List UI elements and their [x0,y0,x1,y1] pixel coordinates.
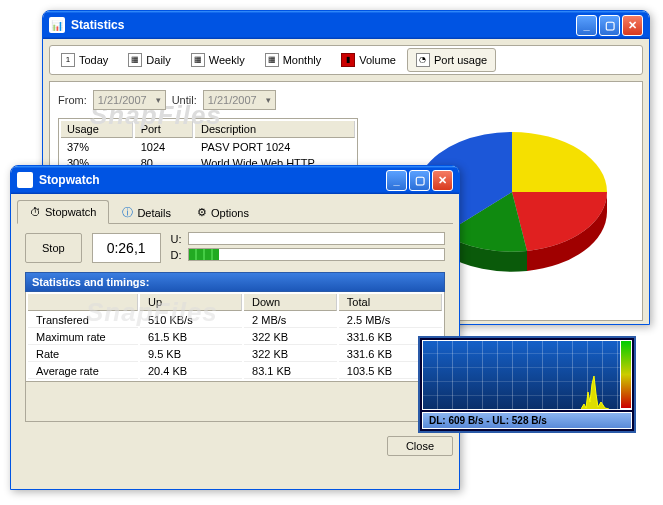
table-row[interactable]: Transfered510 KB/s2 MB/s2.5 MB/s [28,313,442,328]
minimize-button[interactable]: _ [386,170,407,191]
table-row[interactable]: Rate9.5 KB322 KB331.6 KB [28,347,442,362]
traffic-monitor-widget[interactable]: DL: 609 B/s - UL: 528 B/s [418,336,636,433]
download-bar [188,248,445,261]
col-up[interactable]: Up [140,294,242,311]
tab-details[interactable]: ⓘDetails [109,200,184,224]
col-metric[interactable] [28,294,138,311]
volume-button[interactable]: ▮Volume [332,48,405,72]
traffic-spike-icon [581,374,609,409]
stopwatch-window: ⏱ Stopwatch _ ▢ ✕ ⏱Stopwatch ⓘDetails ⚙O… [10,165,460,490]
from-label: From: [58,94,87,106]
empty-panel: SnapFiles [25,382,445,422]
calendar-icon: 1 [61,53,75,67]
col-total[interactable]: Total [339,294,442,311]
pie-icon: ◔ [416,53,430,67]
col-down[interactable]: Down [244,294,337,311]
info-icon: ⓘ [122,205,133,220]
stats-table: Up Down Total Transfered510 KB/s2 MB/s2.… [25,292,445,382]
monthly-button[interactable]: ▦Monthly [256,48,331,72]
col-usage[interactable]: Usage [61,121,133,138]
until-date-select[interactable]: 1/21/2007 [203,90,276,110]
volume-icon: ▮ [341,53,355,67]
traffic-graph [422,340,632,410]
statistics-toolbar: 1Today ▦Daily ▦Weekly ▦Monthly ▮Volume ◔… [49,45,643,75]
from-date-select[interactable]: 1/21/2007 [93,90,166,110]
close-button[interactable]: Close [387,436,453,456]
timer-display: 0:26,1 [92,233,161,263]
daily-button[interactable]: ▦Daily [119,48,179,72]
close-window-button[interactable]: ✕ [622,15,643,36]
table-row[interactable]: Maximum rate61.5 KB322 KB331.6 KB [28,330,442,345]
download-label: D: [171,249,182,261]
statistics-title: Statistics [71,18,576,32]
port-usage-button[interactable]: ◔Port usage [407,48,496,72]
stopwatch-titlebar[interactable]: ⏱ Stopwatch _ ▢ ✕ [11,166,459,194]
upload-bar [188,232,445,245]
calendar-icon: ▦ [265,53,279,67]
upload-label: U: [171,233,182,245]
until-label: Until: [172,94,197,106]
stopwatch-body: Stop 0:26,1 U: D: Statistics and timings… [17,224,453,430]
calendar-icon: ▦ [128,53,142,67]
close-window-button[interactable]: ✕ [432,170,453,191]
weekly-button[interactable]: ▦Weekly [182,48,254,72]
tab-options[interactable]: ⚙Options [184,200,262,224]
stop-button[interactable]: Stop [25,233,82,263]
col-description[interactable]: Description [195,121,355,138]
table-row[interactable]: 37%1024PASV PORT 1024 [61,140,355,154]
maximize-button[interactable]: ▢ [409,170,430,191]
stopwatch-app-icon: ⏱ [17,172,33,188]
stats-timings-header: Statistics and timings: [25,272,445,292]
today-button[interactable]: 1Today [52,48,117,72]
minimize-button[interactable]: _ [576,15,597,36]
level-meter [620,340,632,409]
col-port[interactable]: Port [135,121,193,138]
tab-stopwatch[interactable]: ⏱Stopwatch [17,200,109,224]
stopwatch-tabs: ⏱Stopwatch ⓘDetails ⚙Options [17,200,453,224]
statistics-titlebar[interactable]: 📊 Statistics _ ▢ ✕ [43,11,649,39]
stopwatch-title: Stopwatch [39,173,386,187]
maximize-button[interactable]: ▢ [599,15,620,36]
transfer-bars: U: D: [171,232,445,264]
calendar-icon: ▦ [191,53,205,67]
stopwatch-icon: ⏱ [30,206,41,218]
gear-icon: ⚙ [197,206,207,219]
table-row[interactable]: Average rate20.4 KB83.1 KB103.5 KB [28,364,442,379]
statistics-app-icon: 📊 [49,17,65,33]
traffic-status-text: DL: 609 B/s - UL: 528 B/s [422,412,632,429]
